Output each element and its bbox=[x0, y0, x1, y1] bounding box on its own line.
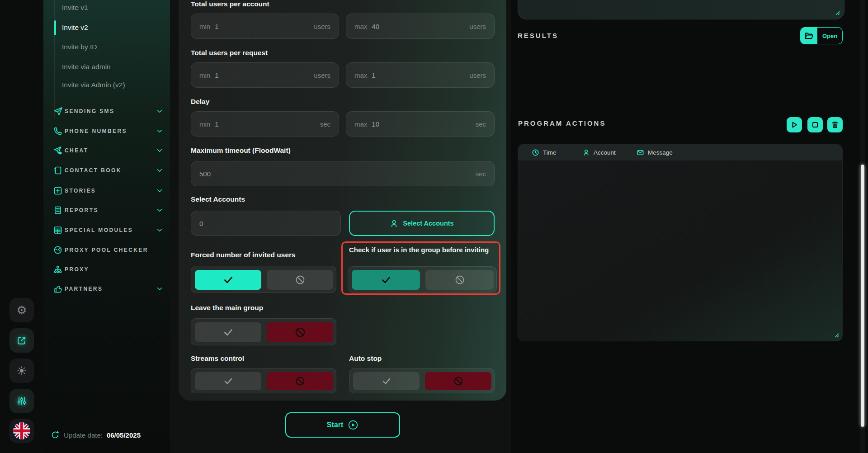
language-button[interactable] bbox=[9, 419, 34, 443]
toggle-on-button[interactable] bbox=[195, 270, 261, 290]
check-icon bbox=[223, 376, 234, 387]
settings-button[interactable]: ⚙ bbox=[9, 298, 34, 322]
input-value: 10 bbox=[372, 120, 379, 128]
leave-main-group-toggle bbox=[191, 318, 336, 345]
folder-segment bbox=[800, 27, 817, 44]
sidebar-item-proxy[interactable]: PROXY bbox=[43, 260, 170, 279]
input-value: 40 bbox=[372, 23, 379, 30]
sidebar-item-invite-v1[interactable]: Invite v1 bbox=[62, 4, 161, 15]
selected-accounts-count-input[interactable]: 0 bbox=[191, 211, 341, 236]
resize-grip-icon[interactable] bbox=[834, 332, 840, 338]
field-label: Delay bbox=[191, 98, 209, 106]
sidebar-item-invite-v2[interactable]: Invite v2 bbox=[62, 24, 161, 35]
section-label: PARTNERS bbox=[65, 286, 103, 292]
chevron-down-icon[interactable] bbox=[156, 127, 163, 135]
invite-settings-card: Total users per account min 1 users max … bbox=[179, 0, 506, 401]
min-users-per-account-input[interactable]: min 1 users bbox=[191, 14, 339, 39]
toggle-on-button[interactable] bbox=[353, 372, 420, 390]
sidebar-item-special-modules[interactable]: SPECIAL MODULES bbox=[43, 220, 170, 240]
max-delay-input[interactable]: max 10 sec bbox=[346, 111, 495, 137]
check-icon bbox=[380, 274, 392, 286]
chevron-down-icon[interactable] bbox=[156, 187, 163, 194]
open-folder-icon bbox=[804, 31, 814, 41]
toggle-on-button[interactable] bbox=[195, 322, 261, 342]
gear-icon: ⚙ bbox=[16, 304, 27, 316]
field-label: Total users per account bbox=[191, 0, 269, 8]
scrollbar-thumb[interactable] bbox=[861, 165, 864, 427]
sidebar-item-reports[interactable]: REPORTS bbox=[43, 200, 170, 220]
input-unit: users bbox=[314, 71, 330, 79]
chevron-down-icon[interactable] bbox=[156, 108, 163, 115]
update-date-row: Update date: 06/05/2025 bbox=[51, 430, 141, 439]
clear-button[interactable] bbox=[827, 117, 843, 132]
input-prefix: min bbox=[199, 120, 210, 128]
start-button[interactable]: Start bbox=[285, 412, 400, 438]
resize-grip-icon[interactable] bbox=[835, 10, 840, 16]
auto-stop-toggle bbox=[349, 368, 495, 393]
chevron-down-icon[interactable] bbox=[156, 226, 163, 234]
theme-brightness-button[interactable] bbox=[9, 359, 34, 383]
input-value: 1 bbox=[215, 23, 218, 30]
sidebar-item-contact-book[interactable]: CONTACT BOOK bbox=[43, 160, 170, 180]
min-users-per-request-input[interactable]: min 1 users bbox=[191, 62, 339, 88]
run-button[interactable] bbox=[787, 117, 802, 132]
toggle-on-button[interactable] bbox=[195, 372, 261, 390]
chevron-down-icon[interactable] bbox=[156, 167, 163, 174]
toggle-on-button[interactable] bbox=[352, 270, 420, 290]
sidebar-item-sending-sms[interactable]: SENDING SMS bbox=[43, 101, 170, 121]
max-users-per-request-input[interactable]: max 1 users bbox=[346, 62, 495, 88]
chevron-down-icon[interactable] bbox=[156, 207, 163, 214]
stop-button[interactable] bbox=[807, 117, 823, 132]
modules-icon bbox=[53, 226, 62, 235]
uk-flag-icon bbox=[13, 422, 30, 439]
block-icon bbox=[295, 274, 306, 285]
chevron-down-icon[interactable] bbox=[156, 285, 163, 293]
sidebar-item-partners[interactable]: PARTNERS bbox=[43, 279, 170, 299]
open-results-button[interactable]: Open bbox=[800, 27, 843, 44]
section-label: PROXY POOL CHECKER bbox=[65, 247, 148, 253]
input-value: 0 bbox=[199, 220, 203, 227]
thumbs-up-icon bbox=[53, 284, 62, 293]
section-label: STORIES bbox=[65, 188, 96, 194]
check-icon bbox=[381, 376, 392, 387]
sidebar-item-proxy-pool-checker[interactable]: PROXY POOL CHECKER bbox=[43, 240, 170, 260]
toggle-off-button[interactable] bbox=[425, 270, 494, 290]
select-accounts-button[interactable]: Select Accounts bbox=[349, 211, 495, 236]
input-textarea[interactable] bbox=[518, 0, 844, 19]
active-item-bar bbox=[54, 20, 56, 35]
sliders-button[interactable] bbox=[9, 389, 34, 413]
sidebar-item-invite-via-admin[interactable]: Invite via admin bbox=[62, 63, 161, 75]
report-icon bbox=[53, 206, 62, 215]
program-actions-title: PROGRAM ACTIONS bbox=[518, 119, 606, 127]
sidebar-item-stories[interactable]: STORIES bbox=[43, 181, 170, 201]
toggle-off-button[interactable] bbox=[267, 372, 333, 390]
sidebar-item-invite-by-id[interactable]: Invite by ID bbox=[62, 43, 161, 55]
person-icon bbox=[390, 219, 398, 228]
max-users-per-account-input[interactable]: max 40 users bbox=[346, 14, 495, 39]
column-label: Message bbox=[648, 149, 673, 156]
update-date-label: Update date: bbox=[64, 431, 103, 439]
toggle-label: Check if user is in the group before inv… bbox=[349, 246, 496, 254]
trash-icon bbox=[830, 120, 840, 129]
input-prefix: max bbox=[354, 23, 367, 30]
icon-rail: ⚙ bbox=[0, 0, 43, 453]
external-link-button[interactable] bbox=[9, 328, 34, 353]
min-delay-input[interactable]: min 1 sec bbox=[191, 111, 339, 137]
notebook-icon bbox=[53, 166, 62, 175]
sliders-icon bbox=[16, 396, 27, 406]
check-group-toggle bbox=[348, 266, 497, 293]
toggle-off-button[interactable] bbox=[267, 270, 333, 290]
column-header-account: Account bbox=[582, 144, 616, 160]
block-icon bbox=[454, 274, 465, 285]
toggle-off-button[interactable] bbox=[267, 322, 333, 342]
toggle-off-button[interactable] bbox=[425, 372, 491, 390]
flood-wait-timeout-input[interactable]: 500 sec bbox=[191, 161, 495, 186]
refresh-icon[interactable] bbox=[51, 430, 60, 439]
sidebar-item-phone-numbers[interactable]: PHONE NUMBERS bbox=[43, 121, 170, 141]
section-label: PROXY bbox=[65, 266, 89, 273]
forced-number-toggle bbox=[191, 266, 336, 293]
sidebar-item-cheat[interactable]: CHEAT bbox=[43, 141, 170, 160]
chevron-down-icon[interactable] bbox=[156, 147, 163, 154]
paper-plane-icon bbox=[53, 107, 62, 116]
sidebar-item-invite-via-admin-v2[interactable]: Invite via Admin (v2) bbox=[62, 81, 161, 93]
